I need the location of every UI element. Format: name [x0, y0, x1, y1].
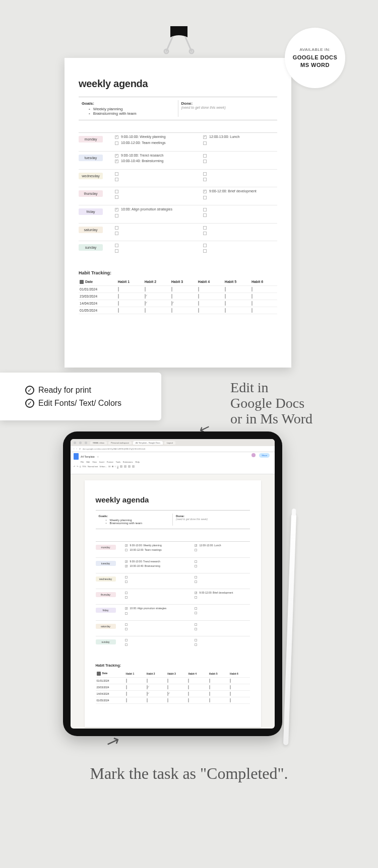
checkbox-icon[interactable] — [125, 544, 128, 547]
checkbox-icon[interactable] — [167, 698, 168, 702]
checkbox-icon[interactable] — [209, 679, 210, 683]
user-avatar[interactable] — [251, 453, 256, 457]
google-docs-logo-icon[interactable] — [74, 453, 79, 460]
checkbox-icon[interactable] — [225, 301, 226, 306]
checkbox-icon[interactable] — [225, 294, 226, 299]
docs-menu-item[interactable]: Edit — [86, 461, 90, 463]
share-button[interactable]: Share — [259, 453, 270, 458]
checkbox-icon[interactable] — [118, 294, 119, 299]
doc-page[interactable]: weekly agenda Goals: Weekly planning Bra… — [85, 480, 261, 727]
docs-menu-item[interactable]: File — [81, 461, 84, 463]
checkbox-icon[interactable] — [188, 679, 189, 683]
style-select[interactable]: Normal text — [88, 465, 98, 468]
checkbox-icon[interactable] — [118, 301, 119, 306]
checkbox-icon[interactable] — [125, 581, 128, 583]
checkbox-icon[interactable] — [203, 208, 207, 211]
checkbox-icon[interactable] — [198, 294, 199, 299]
checkbox-icon[interactable] — [125, 560, 128, 563]
star-icon[interactable]: ☆ — [97, 455, 99, 458]
checkbox-icon[interactable] — [147, 692, 148, 696]
checkbox-icon[interactable] — [115, 249, 118, 253]
browser-tab[interactable]: Personal workspace — [108, 441, 132, 445]
checkbox-icon[interactable] — [230, 698, 231, 702]
browser-tab[interactable]: GMAIL inbox — [90, 441, 107, 445]
checkbox-icon[interactable] — [115, 154, 118, 158]
checkbox-icon[interactable] — [195, 544, 197, 547]
checkbox-icon[interactable] — [188, 692, 189, 696]
checkbox-icon[interactable] — [195, 581, 197, 583]
checkbox-icon[interactable] — [225, 287, 226, 292]
checkbox-icon[interactable] — [115, 178, 118, 181]
checkbox-icon[interactable] — [203, 178, 207, 181]
checkbox-icon[interactable] — [126, 698, 127, 702]
undo-icon[interactable]: ↶ — [74, 465, 75, 468]
checkbox-icon[interactable] — [118, 308, 119, 313]
docs-menu-item[interactable]: View — [92, 461, 97, 463]
checkbox-icon[interactable] — [203, 232, 207, 235]
checkbox-icon[interactable] — [115, 172, 118, 176]
checkbox-icon[interactable] — [203, 244, 207, 247]
checkbox-icon[interactable] — [209, 685, 210, 689]
zoom-level[interactable]: 75% — [82, 465, 86, 468]
checkbox-icon[interactable] — [167, 685, 168, 689]
nav-fwd-icon[interactable]: › — [76, 448, 77, 450]
checkbox-icon[interactable] — [115, 214, 118, 218]
checkbox-icon[interactable] — [115, 135, 118, 139]
checkbox-icon[interactable] — [145, 287, 146, 292]
checkbox-icon[interactable] — [115, 190, 118, 193]
checkbox-icon[interactable] — [209, 698, 210, 702]
checkbox-icon[interactable] — [195, 639, 197, 641]
checkbox-icon[interactable] — [195, 565, 197, 567]
checkbox-icon[interactable] — [125, 596, 128, 599]
checkbox-icon[interactable] — [251, 308, 253, 313]
checkbox-icon[interactable] — [195, 560, 197, 563]
checkbox-icon[interactable] — [167, 692, 168, 696]
checkbox-icon[interactable] — [251, 287, 253, 292]
checkbox-icon[interactable] — [230, 692, 231, 696]
checkbox-icon[interactable] — [203, 160, 207, 163]
checkbox-icon[interactable] — [203, 226, 207, 230]
bold-icon[interactable]: B — [112, 465, 113, 468]
font-select[interactable]: Urban... — [99, 465, 106, 468]
checkbox-icon[interactable] — [125, 565, 128, 567]
browser-tab[interactable]: Layout — [164, 441, 175, 445]
checkbox-icon[interactable] — [171, 301, 172, 306]
checkbox-icon[interactable] — [125, 639, 128, 641]
checkbox-icon[interactable] — [171, 294, 172, 299]
checkbox-icon[interactable] — [118, 287, 119, 292]
checkbox-icon[interactable] — [125, 549, 128, 551]
checkbox-icon[interactable] — [171, 308, 172, 313]
checkbox-icon[interactable] — [115, 244, 118, 247]
checkbox-icon[interactable] — [203, 172, 207, 176]
nav-back-icon[interactable]: ‹ — [74, 448, 74, 450]
checkbox-icon[interactable] — [195, 592, 197, 594]
docs-menu-item[interactable]: Help — [136, 461, 140, 463]
highlight-icon[interactable] — [124, 465, 127, 468]
checkbox-icon[interactable] — [203, 154, 207, 158]
checkbox-icon[interactable] — [195, 576, 197, 578]
checkbox-icon[interactable] — [171, 287, 172, 292]
checkbox-icon[interactable] — [125, 576, 128, 578]
checkbox-icon[interactable] — [198, 287, 199, 292]
checkbox-icon[interactable] — [203, 213, 207, 217]
checkbox-icon[interactable] — [126, 679, 127, 683]
reload-icon[interactable]: ⟳ — [79, 448, 81, 450]
checkbox-icon[interactable] — [145, 294, 146, 299]
checkbox-icon[interactable] — [195, 607, 197, 610]
list-icon[interactable] — [132, 465, 135, 468]
checkbox-icon[interactable] — [195, 612, 197, 614]
browser-url-bar[interactable]: ‹ › ⟳ docs.google.com/document/d/1XyZAbC… — [71, 446, 275, 452]
checkbox-icon[interactable] — [147, 679, 148, 683]
checkbox-icon[interactable] — [209, 692, 210, 696]
checkbox-icon[interactable] — [198, 301, 199, 306]
docs-menu-item[interactable]: Format — [107, 461, 113, 463]
checkbox-icon[interactable] — [115, 226, 118, 230]
checkbox-icon[interactable] — [167, 679, 168, 683]
checkbox-icon[interactable] — [145, 301, 146, 306]
checkbox-icon[interactable] — [125, 643, 128, 646]
docs-menu-item[interactable]: Insert — [99, 461, 104, 463]
checkbox-icon[interactable] — [251, 294, 253, 299]
checkbox-icon[interactable] — [195, 628, 197, 630]
doc-title[interactable]: A4 Template — [81, 455, 95, 458]
browser-tab[interactable]: A4 Template - Google Docs — [133, 441, 163, 445]
